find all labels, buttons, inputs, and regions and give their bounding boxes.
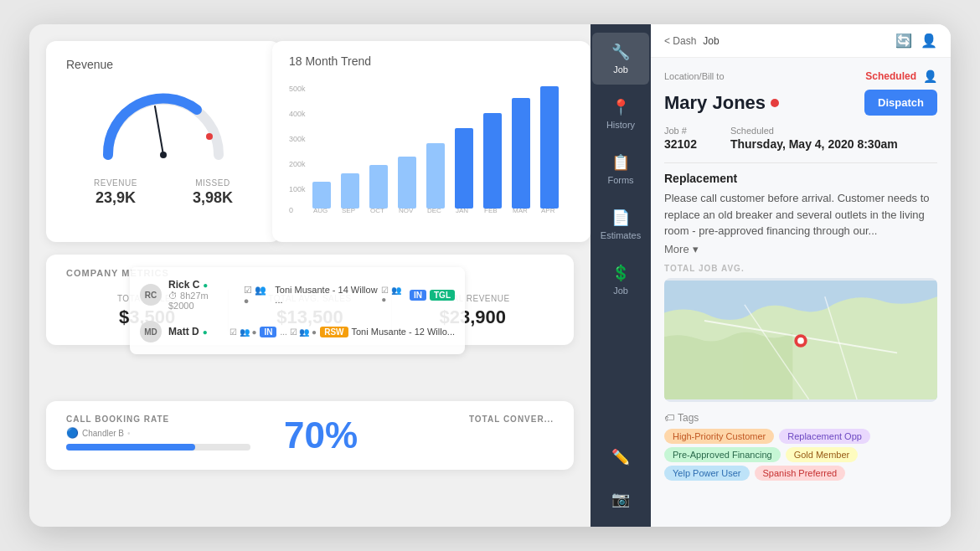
customer-name: Mary Jones — [664, 92, 779, 114]
revenue-label: REVENUE — [94, 178, 137, 188]
tab-job[interactable]: 🔧 Job — [592, 33, 649, 85]
header-icons: 🔄 👤 — [895, 33, 937, 49]
revenue-card: Revenue REVENUE 23,9K — [46, 41, 281, 242]
matt-name: Matt D — [168, 326, 199, 337]
map-container — [664, 278, 937, 402]
booking-percent: 70% — [284, 415, 358, 456]
job-number-label: Job # — [664, 126, 697, 136]
svg-rect-13 — [426, 143, 445, 209]
badge-rsw: RSW — [320, 327, 348, 337]
forms-icon: 📋 — [611, 153, 630, 172]
tags-row-1: High-Priority Customer Replacement Opp — [664, 429, 937, 444]
svg-rect-11 — [369, 165, 388, 209]
job-number-item: Job # 32102 — [664, 126, 697, 151]
gauge-container — [66, 80, 260, 172]
refresh-icon[interactable]: 🔄 — [895, 33, 912, 49]
tag-high-priority: High-Priority Customer — [664, 429, 774, 444]
svg-text:JAN: JAN — [456, 207, 468, 214]
tab-camera[interactable]: 📷 — [592, 480, 649, 518]
svg-rect-17 — [540, 86, 559, 209]
dispatch-item-matt: MD Matt D ● ☑ 👥 ● IN ... ☑ 👥 ● RSW Toni … — [130, 316, 465, 348]
tags-label: 🏷 Tags — [664, 412, 937, 424]
tab-job2[interactable]: 💲 Job — [592, 254, 649, 306]
dispatch-button[interactable]: Dispatch — [864, 90, 937, 116]
badge-in-1: IN — [410, 290, 426, 301]
job-header: < Dash Job 🔄 👤 — [651, 24, 951, 58]
tags-section: 🏷 Tags High-Priority Customer Replacemen… — [664, 412, 937, 481]
svg-text:SEP: SEP — [342, 207, 355, 214]
job-icon: 🔧 — [611, 43, 630, 61]
customer-name-text: Mary Jones — [664, 92, 766, 114]
svg-point-32 — [797, 337, 804, 344]
badge-in-2: IN — [260, 327, 276, 337]
estimates-icon: 📄 — [611, 209, 630, 227]
total-conv-label: TOTAL CONVER... — [469, 415, 554, 424]
job-detail-panel: < Dash Job 🔄 👤 Location/Bill to Schedule… — [651, 24, 951, 527]
location-bill-row: Location/Bill to Scheduled 👤 — [664, 70, 937, 83]
header-job-label: Job — [703, 35, 719, 47]
back-link[interactable]: < Dash — [664, 35, 696, 47]
booking-title: CALL BOOKING RATE — [66, 415, 250, 424]
svg-rect-16 — [512, 98, 530, 209]
tab-estimates-label: Estimates — [601, 230, 641, 240]
svg-text:500k: 500k — [289, 85, 306, 93]
dispatch-item-rick: RC Rick C ● ⏱ 8h27m $2000 ☑ 👥 ● Toni Mus… — [130, 274, 465, 316]
job-body: Location/Bill to Scheduled 👤 Mary Jones … — [651, 58, 951, 527]
chandler-name: Chandler B — [82, 429, 124, 438]
missed-label: MISSED — [193, 178, 233, 188]
more-label: More — [664, 243, 689, 255]
svg-text:300k: 300k — [289, 135, 306, 143]
svg-rect-10 — [341, 173, 359, 209]
missed-stat: MISSED 3,98K — [193, 178, 233, 207]
location-label: Location/Bill to — [664, 71, 725, 81]
svg-rect-9 — [312, 182, 331, 209]
member-dot — [771, 99, 779, 107]
replacement-title: Replacement — [664, 172, 937, 185]
revenue-stats: REVENUE 23,9K MISSED 3,98K — [66, 178, 260, 207]
svg-point-1 — [160, 152, 167, 158]
svg-text:FEB: FEB — [484, 207, 498, 214]
revenue-title: Revenue — [66, 58, 260, 71]
tags-row-2: Pre-Approved Financing Gold Member — [664, 447, 937, 462]
right-sidebar: 🔧 Job 📍 History 📋 Forms 📄 Estimates 💲 Jo… — [591, 24, 951, 527]
replacement-text: Please call customer before arrival. Cus… — [664, 190, 937, 239]
svg-point-2 — [206, 133, 213, 140]
svg-text:AUG: AUG — [313, 207, 328, 214]
svg-text:MAR: MAR — [513, 207, 528, 214]
job2-icon: 💲 — [611, 264, 630, 282]
tab-history-label: History — [606, 120, 635, 130]
history-icon: 📍 — [611, 98, 630, 116]
tab-history[interactable]: 📍 History — [592, 88, 649, 140]
badge-tgl: TGL — [430, 290, 455, 301]
svg-text:APR: APR — [541, 207, 555, 214]
svg-rect-14 — [455, 128, 473, 209]
scheduled-time-value: Thursday, May 4, 2020 8:30am — [730, 137, 898, 151]
svg-text:OCT: OCT — [370, 207, 384, 214]
person-icon[interactable]: 👤 — [921, 33, 937, 49]
tab-job-label: Job — [613, 64, 628, 75]
revenue-value: 23,9K — [94, 189, 137, 207]
scheduled-time-item: Scheduled Thursday, May 4, 2020 8:30am — [730, 126, 898, 151]
tag-gold-member: Gold Member — [786, 447, 859, 462]
svg-rect-15 — [483, 113, 502, 209]
scheduled-time-label: Scheduled — [730, 126, 898, 136]
tab-edit[interactable]: ✏️ — [592, 438, 649, 476]
tag-yelp-power: Yelp Power User — [664, 466, 750, 481]
tab-forms[interactable]: 📋 Forms — [592, 143, 649, 195]
trend-card: 18 Month Trend 500k 400k 300k 200k 100k … — [272, 41, 591, 242]
avatar-rc: RC — [140, 284, 162, 306]
tags-row-3: Yelp Power User Spanish Preferred — [664, 466, 937, 481]
svg-text:0: 0 — [289, 206, 293, 214]
trend-title: 18 Month Trend — [289, 54, 574, 68]
more-link[interactable]: More ▾ — [664, 243, 937, 255]
svg-rect-12 — [398, 157, 416, 209]
scheduled-link[interactable]: Scheduled — [865, 70, 916, 82]
tab-job2-label: Job — [613, 286, 628, 296]
svg-line-0 — [155, 106, 163, 155]
gauge-svg — [96, 88, 230, 163]
tag-replacement-opp: Replacement Opp — [779, 429, 870, 444]
svg-text:400k: 400k — [289, 110, 306, 118]
tab-forms-label: Forms — [607, 175, 633, 185]
avatar-md: MD — [140, 321, 162, 342]
tab-estimates[interactable]: 📄 Estimates — [592, 198, 649, 250]
